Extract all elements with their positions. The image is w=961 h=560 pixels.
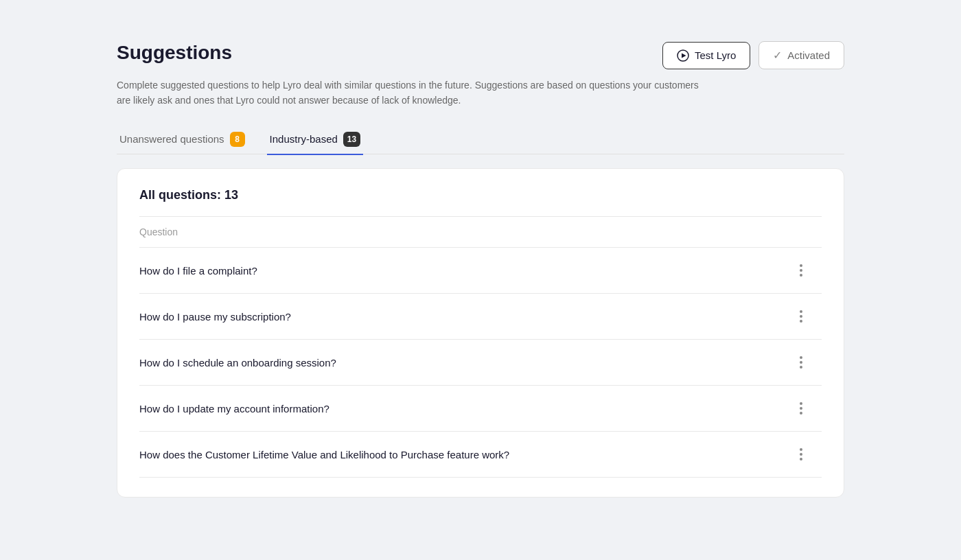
- activated-button: ✓ Activated: [759, 41, 844, 69]
- table-header-row: Question: [139, 217, 822, 248]
- content-card: All questions: 13 Question How do I file…: [117, 168, 844, 498]
- more-options-button[interactable]: [794, 445, 808, 463]
- three-dots-icon: [800, 356, 802, 369]
- header-actions: Test Lyro ✓ Activated: [662, 41, 844, 69]
- actions-column-header: [794, 217, 822, 248]
- page-header: Suggestions Test Lyro ✓ Activated: [117, 41, 844, 69]
- table-row: How do I pause my subscription?: [139, 294, 822, 340]
- questions-list: How do I file a complaint?How do I pause…: [139, 248, 822, 478]
- question-actions-cell: [794, 432, 822, 478]
- unanswered-badge: 8: [230, 132, 245, 147]
- question-text: How do I schedule an onboarding session?: [139, 340, 794, 386]
- question-column-header: Question: [139, 217, 794, 248]
- page-description: Complete suggested questions to help Lyr…: [117, 78, 707, 108]
- three-dots-icon: [800, 448, 802, 460]
- all-questions-header: All questions: 13: [139, 188, 822, 202]
- more-options-button[interactable]: [794, 307, 808, 325]
- svg-marker-1: [682, 53, 686, 58]
- table-row: How do I update my account information?: [139, 386, 822, 432]
- test-lyro-label: Test Lyro: [695, 49, 736, 61]
- activated-label: Activated: [787, 49, 830, 61]
- question-text: How do I update my account information?: [139, 386, 794, 432]
- tabs-container: Unanswered questions 8 Industry-based 13: [117, 125, 844, 155]
- three-dots-icon: [800, 264, 802, 277]
- question-text: How do I pause my subscription?: [139, 294, 794, 340]
- table-row: How do I file a complaint?: [139, 248, 822, 294]
- three-dots-icon: [800, 310, 802, 323]
- question-actions-cell: [794, 294, 822, 340]
- play-icon: [677, 49, 689, 62]
- more-options-button[interactable]: [794, 261, 808, 279]
- industry-badge: 13: [343, 132, 360, 147]
- tab-industry-based[interactable]: Industry-based 13: [267, 125, 364, 155]
- table-row: How does the Customer Lifetime Value and…: [139, 432, 822, 478]
- more-options-button[interactable]: [794, 353, 808, 371]
- page-container: Suggestions Test Lyro ✓ Activated Comple…: [117, 41, 844, 498]
- question-actions-cell: [794, 386, 822, 432]
- table-row: How do I schedule an onboarding session?: [139, 340, 822, 386]
- check-icon: ✓: [773, 49, 782, 62]
- test-lyro-button[interactable]: Test Lyro: [662, 42, 750, 69]
- question-actions-cell: [794, 248, 822, 294]
- questions-table: Question How do I file a complaint?How d…: [139, 216, 822, 478]
- tab-unanswered-label: Unanswered questions: [119, 133, 224, 145]
- tab-industry-label: Industry-based: [270, 133, 338, 145]
- question-text: How do I file a complaint?: [139, 248, 794, 294]
- three-dots-icon: [800, 402, 802, 415]
- question-text: How does the Customer Lifetime Value and…: [139, 432, 794, 478]
- more-options-button[interactable]: [794, 399, 808, 417]
- page-title: Suggestions: [117, 41, 232, 65]
- question-actions-cell: [794, 340, 822, 386]
- tab-unanswered[interactable]: Unanswered questions 8: [117, 125, 248, 155]
